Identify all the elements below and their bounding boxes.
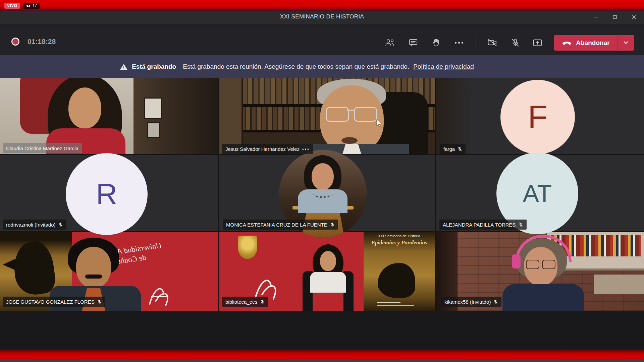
- participant-name-label: Jesus Salvador Hernandez Velez •••: [222, 144, 313, 154]
- person-mouth: [341, 137, 358, 144]
- live-stream-top-bar: [0, 0, 644, 11]
- shelf: [594, 275, 644, 294]
- muted-mic-icon: [58, 222, 63, 227]
- person-blouse: [310, 272, 346, 293]
- person-face: [76, 247, 111, 288]
- video-tile-claudia[interactable]: [0, 78, 218, 154]
- eye-icon: [26, 4, 31, 8]
- participants-strip: +36 GF AM DO RL: [0, 311, 644, 349]
- window-bottom-edge: [0, 359, 644, 362]
- avatar-initial-f: F: [500, 80, 575, 154]
- eyeglasses: [526, 260, 555, 268]
- script-logo: [145, 282, 175, 309]
- viewer-count-badge: 17: [23, 3, 40, 9]
- poster-subtitle: Epidemias y Pandemias: [366, 240, 433, 246]
- participant-name-label: farga: [440, 144, 466, 154]
- eyeglasses: [325, 107, 378, 121]
- muted-mic-icon: [493, 299, 498, 304]
- participant-name-label: kikamex58 (Invitado): [441, 297, 501, 307]
- participant-name-label: JOSE GUSTAVO GONZALEZ FLORES: [3, 297, 105, 307]
- viewer-count: 17: [33, 3, 37, 8]
- person-face: [312, 163, 334, 190]
- ellipsis-icon: •••: [302, 146, 310, 152]
- teams-meeting-window: VIVO 17 XXI SEMINARIO DE HISTORIA 01:18:…: [0, 0, 644, 362]
- poster-caption-line: [377, 302, 400, 303]
- university-crest: [238, 236, 257, 259]
- participant-name-label: ALEJANDRA PADILLA TORRES: [439, 220, 527, 230]
- muted-mic-icon: [519, 222, 523, 227]
- participant-name-label: rodrivazmoli (Invitado): [3, 220, 66, 230]
- headphone-earcup: [512, 254, 521, 268]
- wood-panel: [219, 78, 243, 154]
- muted-mic-icon: [330, 222, 335, 227]
- participant-name-label: biblioteca_ecs: [222, 297, 268, 307]
- muted-mic-icon: [458, 146, 462, 151]
- person-face: [68, 87, 101, 128]
- muted-mic-icon: [97, 299, 102, 304]
- poster-caption-line: [377, 305, 414, 306]
- live-badge: VIVO: [4, 3, 20, 9]
- picture-frame: [147, 122, 160, 138]
- live-stream-badges: VIVO 17: [4, 3, 40, 9]
- person-face: [320, 251, 336, 271]
- live-stream-bottom-bar: [0, 349, 644, 359]
- video-grid: F Universidad Autónoma de Coahuila: [0, 0, 644, 362]
- person-torso: [502, 284, 584, 311]
- person-moustache: [85, 275, 102, 279]
- jesus-video: [219, 78, 435, 154]
- video-tile-farga[interactable]: F: [436, 78, 644, 154]
- poster-title: XXI Seminario de Historia: [366, 234, 433, 238]
- mouse-cursor: [376, 119, 382, 128]
- necklace: [313, 190, 332, 198]
- picture-frame: [144, 98, 162, 119]
- claudia-video: [0, 78, 218, 154]
- muted-mic-icon: [260, 299, 265, 304]
- dim-room-edge: [436, 78, 473, 154]
- avatar-initial-r: R: [66, 153, 148, 235]
- participant-name-label: MONICA ESTEFANIA CRUZ DE LA FUENTE: [223, 220, 338, 230]
- video-tile-jesus[interactable]: [219, 78, 435, 154]
- participant-name-label: Claudia Cristina Martinez Garcia: [3, 143, 82, 153]
